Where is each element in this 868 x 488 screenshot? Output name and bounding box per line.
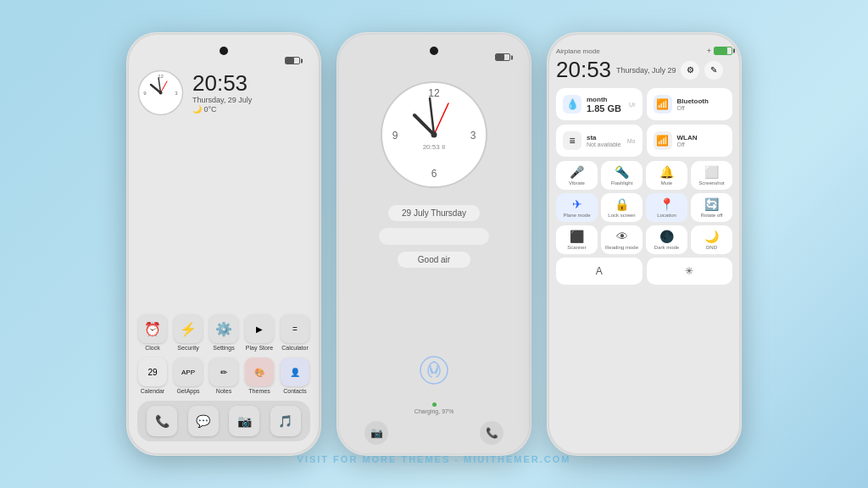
lock-bar [379,228,489,245]
lock-dot [432,402,437,407]
mute-icon: 🔔 [659,165,674,179]
app-notes[interactable]: ✏ Notes [209,358,239,394]
cc-top-bar: Airplane mode + [556,47,732,55]
lock-right-icon[interactable]: 📞 [480,421,504,445]
data-tile-text: month 1.85 GB [587,96,621,114]
screenshot-icon: ⬜ [704,165,719,179]
lock-good-air: Good air [398,252,470,268]
app-calculator[interactable]: = Calculator [280,314,310,351]
cc-bottom-left-icon: A [596,265,603,277]
app-security[interactable]: ⚡ Security [173,314,203,351]
cc-bottom-right[interactable]: ✳ [647,258,733,285]
sta-sub: Not available [587,141,620,147]
phone1-frame: 12 3 9 20:53 Thursday, 29 July 🌙 0°C [126,32,321,456]
data-value: 1.85 GB [587,103,621,114]
scanner-btn[interactable]: ⬛ Scanner [556,225,598,254]
analog-clock-large: 12 3 6 9 20:53 II [379,80,489,190]
data-tile[interactable]: 💧 month 1.85 GB Ur [556,88,643,120]
app-settings[interactable]: ⚙️ Settings [209,314,239,351]
cc-second-tiles: ≡ sta Not available Mo 📶 WLAN Off [556,125,732,157]
lock-screen-icon: 🔒 [615,197,629,211]
rotate-icon: 🔄 [704,197,719,211]
camera-hole [220,47,228,55]
wlan-tile[interactable]: 📶 WLAN Off [647,125,733,157]
settings-icon-btn[interactable]: ⚙ [681,61,699,80]
battery-icon [285,57,300,64]
app-calendar[interactable]: 29 Calendar [137,358,168,394]
bt-title: Bluetooth [677,97,709,105]
charging-text: Charging, 97% [415,408,453,414]
sta-title: sta [587,134,620,141]
svg-point-17 [431,132,437,138]
cc-bottom-left[interactable]: A [556,258,643,285]
svg-text:3: 3 [470,130,476,141]
flashlight-icon: 🔦 [615,165,629,179]
wlan-title: WLAN [677,134,698,141]
svg-text:6: 6 [431,168,437,180]
app-playstore[interactable]: ▶ Play Store [244,314,275,351]
cc-buttons-row2: ✈ Plane mode 🔒 Lock screen 📍 Location 🔄 … [556,193,732,222]
vibrate-btn[interactable]: 🎤 Vibrate [556,161,598,190]
lock-left-icon[interactable]: 📷 [364,421,388,445]
cc-date: Thursday, July 29 [616,66,676,75]
mute-btn[interactable]: 🔔 Mute [646,161,687,190]
cc-bottom-row: A ✳ [556,258,732,285]
dnd-btn[interactable]: 🌙 DND [691,225,732,254]
cc-time-row: 20:53 Thursday, July 29 ⚙ ✎ [556,57,732,83]
analog-clock-small: 12 3 9 [137,69,184,116]
svg-point-7 [159,92,163,95]
dock-music[interactable]: 🎵 [268,406,304,436]
lock-date: 29 July Thursday [388,205,480,221]
scanner-icon: ⬛ [570,230,584,243]
edit-icon-btn[interactable]: ✎ [704,61,723,80]
location-icon: 📍 [659,197,674,211]
bt-sub: Off [677,105,709,111]
bluetooth-tile[interactable]: 📶 Bluetooth Off [647,88,733,120]
svg-text:9: 9 [392,130,398,141]
dock-messages[interactable]: 💬 [186,406,222,436]
svg-point-18 [420,357,448,384]
clock-widget: 12 3 9 20:53 Thursday, 29 July 🌙 0°C [137,66,310,119]
dark-mode-btn[interactable]: 🌑 Dark mode [646,225,687,254]
bluetooth-icon: 📶 [654,95,672,114]
rotate-btn[interactable]: 🔄 Rotate off [691,193,732,222]
flashlight-btn[interactable]: 🔦 Flashlight [601,161,643,190]
app-themes[interactable]: 🎨 Themes [244,358,275,394]
svg-text:20:53 II: 20:53 II [423,143,446,151]
reading-icon: 👁 [616,230,628,243]
lock-screen-btn[interactable]: 🔒 Lock screen [601,193,643,222]
phone2-frame: 12 3 6 9 20:53 II 29 July Thursday Good … [337,32,531,456]
dnd-icon: 🌙 [704,230,719,243]
home-time: 20:53 [192,72,252,94]
app-grid-row1: ⏰ Clock ⚡ Security ⚙️ Settings ▶ Play St… [137,314,310,351]
screenshot-btn[interactable]: ⬜ Screenshot [691,161,732,190]
clock-info: 20:53 Thursday, 29 July 🌙 0°C [192,72,252,114]
dock-camera[interactable]: 📷 [226,406,263,436]
wlan-sub: Off [677,141,698,147]
fingerprint-icon[interactable] [419,355,449,385]
reading-btn[interactable]: 👁 Reading mode [601,225,643,254]
home-weather: 🌙 0°C [192,105,252,114]
bt-tile-text: Bluetooth Off [677,97,709,111]
wlan-text: WLAN Off [677,134,698,147]
battery-icon-2 [495,53,510,61]
airplane-btn[interactable]: ✈ Plane mode [556,193,598,222]
phone3-frame: Airplane mode + 20:53 Thursday, July 29 … [547,32,742,456]
sta-text: sta Not available [587,134,620,147]
watermark-text: VISIT FOR MORE THEMES - MIUITHEMER.COM [298,454,571,464]
cc-buttons-row1: 🎤 Vibrate 🔦 Flashlight 🔔 Mute ⬜ Screensh… [556,161,732,190]
cc-bottom-right-icon: ✳ [685,265,693,277]
app-contacts[interactable]: 👤 Contacts [280,358,310,394]
dark-mode-icon: 🌑 [659,230,674,243]
dock-phone[interactable]: 📞 [144,406,181,436]
wlan-icon: 📶 [654,131,672,150]
sta-icon: ≡ [563,131,581,150]
app-getapps[interactable]: APP GetApps [173,358,203,394]
sta-tile[interactable]: ≡ sta Not available Mo [556,125,643,157]
app-grid-row2: 29 Calendar APP GetApps ✏ Notes 🎨 Themes… [137,358,310,394]
location-btn[interactable]: 📍 Location [646,193,687,222]
app-clock[interactable]: ⏰ Clock [137,314,168,351]
cc-buttons-row3: ⬛ Scanner 👁 Reading mode 🌑 Dark mode 🌙 D… [556,225,732,254]
cc-top-tiles: 💧 month 1.85 GB Ur 📶 Bluetooth Off [556,88,732,120]
camera-hole-2 [430,47,438,55]
